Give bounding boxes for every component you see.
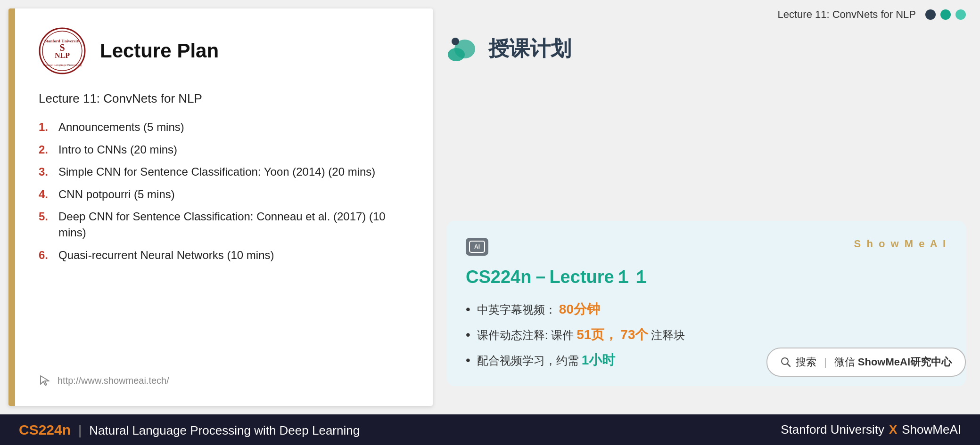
list-number: 5. — [39, 209, 52, 240]
card-item-1-prefix: 中英字幕视频： — [477, 302, 556, 317]
slide-footer: http://www.showmeai.tech/ — [39, 364, 409, 387]
lecture-list: 1. Announcements (5 mins) 2. Intro to CN… — [39, 119, 409, 263]
list-number: 6. — [39, 247, 52, 263]
list-item: 1. Announcements (5 mins) — [39, 119, 409, 135]
card-item-2-prefix: 课件动态注释: 课件 — [477, 328, 574, 343]
bar-separator: | — [78, 423, 82, 438]
right-panel: Lecture 11: ConvNets for NLP 授课计划 — [433, 0, 980, 414]
list-text: Announcements (5 mins) — [58, 119, 184, 135]
card-item-1: 中英字幕视频：80分钟 — [466, 300, 947, 318]
top-right-header: Lecture 11: ConvNets for NLP — [447, 0, 966, 25]
slide-title: Lecture Plan — [100, 40, 219, 62]
list-item: 3. Simple CNN for Sentence Classificatio… — [39, 164, 409, 180]
list-item: 2. Intro to CNNs (20 mins) — [39, 142, 409, 158]
bottom-bar: CS224n | Natural Language Processing wit… — [0, 414, 980, 445]
university-label: Stanford University — [781, 422, 884, 437]
list-text: Quasi-recurrent Neural Networks (10 mins… — [58, 247, 274, 263]
cursor-icon — [39, 374, 52, 387]
list-number: 4. — [39, 186, 52, 202]
card-item-2-hl2: 73个 — [620, 326, 648, 344]
card-item-2-hl1: 51页， — [576, 326, 618, 344]
bottom-brand: ShowMeAI — [902, 422, 961, 437]
cs224n-label: CS224n — [19, 422, 71, 438]
svg-line-12 — [787, 364, 790, 367]
svg-text:Natural Language Processing: Natural Language Processing — [43, 63, 82, 67]
search-label: 搜索 — [796, 355, 816, 369]
dot-indicators — [925, 9, 966, 20]
card-lecture-title: CS224n－Lecture１１ — [466, 265, 947, 289]
search-brand-label: 微信 ShowMeAI研究中心 — [834, 355, 952, 369]
svg-text:NLP: NLP — [55, 51, 70, 59]
slide-border — [8, 8, 15, 406]
list-text: Simple CNN for Sentence Classification: … — [58, 164, 375, 180]
list-number: 3. — [39, 164, 52, 180]
slide-panel: Stanford University S NLP Natural Langua… — [8, 8, 433, 406]
list-number: 1. — [39, 119, 52, 135]
list-text: Deep CNN for Sentence Classification: Co… — [58, 209, 409, 240]
dot-1 — [925, 9, 936, 20]
search-box[interactable]: 搜索 | 微信 ShowMeAI研究中心 — [766, 348, 966, 377]
card-item-2-suffix: 注释块 — [651, 328, 685, 343]
lecture-header-label: Lecture 11: ConvNets for NLP — [778, 8, 916, 21]
section-header: 授课计划 — [447, 35, 966, 63]
lecture-subtitle: Lecture 11: ConvNets for NLP — [39, 91, 409, 106]
showmeai-brand: S h o w M e A I — [854, 238, 947, 250]
ai-icon: AI — [466, 238, 488, 256]
wave-icon — [447, 36, 480, 62]
card-item-3-highlight: 1小时 — [582, 351, 616, 369]
card-top-row: AI S h o w M e A I — [466, 238, 947, 256]
bottom-left: CS224n | Natural Language Processing wit… — [19, 422, 360, 438]
svg-point-8 — [452, 38, 459, 45]
x-mark: X — [889, 422, 897, 437]
bottom-right: Stanford University X ShowMeAI — [781, 422, 961, 437]
list-number: 2. — [39, 142, 52, 158]
slide-header: Stanford University S NLP Natural Langua… — [39, 27, 409, 74]
section-title-cn: 授课计划 — [488, 35, 571, 63]
stanford-logo: Stanford University S NLP Natural Langua… — [39, 27, 86, 74]
dot-2 — [940, 9, 951, 20]
list-text: Intro to CNNs (20 mins) — [58, 142, 177, 158]
list-item: 6. Quasi-recurrent Neural Networks (10 m… — [39, 247, 409, 263]
list-text: CNN potpourri (5 mins) — [58, 186, 175, 202]
dot-3 — [955, 9, 966, 20]
card-item-3-prefix: 配合视频学习，约需 — [477, 353, 579, 368]
course-name: Natural Language Processing with Deep Le… — [89, 423, 360, 438]
footer-url: http://www.showmeai.tech/ — [58, 375, 169, 386]
search-divider: | — [824, 356, 827, 368]
search-icon — [781, 357, 791, 367]
list-item: 4. CNN potpourri (5 mins) — [39, 186, 409, 202]
card-item-2: 课件动态注释: 课件51页，73个注释块 — [466, 326, 947, 344]
list-item: 5. Deep CNN for Sentence Classification:… — [39, 209, 409, 240]
svg-text:AI: AI — [474, 243, 480, 250]
card-item-1-highlight: 80分钟 — [559, 300, 600, 318]
